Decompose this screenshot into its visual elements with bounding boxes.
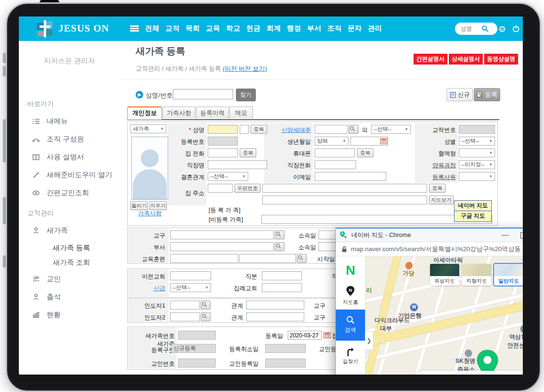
nav-item[interactable]: 회계 [267, 24, 281, 33]
satellite-map-option[interactable]: 위성지도 [430, 264, 459, 286]
guide2-lookup-button[interactable] [201, 312, 211, 321]
training-input2[interactable] [239, 254, 296, 263]
name-input[interactable] [208, 125, 238, 134]
faith-head-lookup-button[interactable] [349, 125, 358, 134]
sidebar-subitem-new-family-register[interactable]: 새가족 등록 [53, 244, 90, 253]
photo-clear-button[interactable]: 지우기 [149, 201, 167, 210]
calendar-icon[interactable] [380, 138, 387, 144]
nurture-course-select[interactable]: --미지정--▼ [459, 160, 495, 169]
window-titlebar[interactable]: 네이버 지도 - Chrome — [336, 229, 523, 242]
address-duplicate-button[interactable]: 중복 [429, 184, 446, 193]
detail-guide-badge[interactable]: 상세설명서 [449, 54, 483, 65]
sidebar-item-newyear-helper[interactable]: 새해준비도우미 열기 [32, 171, 112, 180]
directions-button[interactable]: 길찾기 [336, 347, 365, 365]
work-tel-input[interactable] [315, 160, 356, 169]
name-number-input[interactable] [173, 89, 233, 99]
address2-input[interactable] [262, 196, 427, 204]
home-tel-input[interactable] [208, 148, 238, 157]
tab-personal-info[interactable]: 개인정보 [127, 106, 162, 120]
sidebar-item-manual[interactable]: 사용 설명서 [32, 153, 84, 162]
workplace-input[interactable] [208, 160, 267, 169]
sidebar-item-attendance[interactable]: 출석 [32, 293, 61, 302]
google-map-option[interactable]: 구글 지도 [455, 211, 491, 221]
photo-upload-button[interactable]: 올리기 [130, 201, 148, 210]
guide2-input[interactable] [170, 312, 200, 321]
prev-church-input[interactable] [170, 271, 211, 280]
search-icon[interactable] [481, 25, 489, 33]
address-tooltip[interactable]: 서울특별시 강남구 역삼동 775-2(논현로72길 ... [415, 371, 523, 375]
guide1-relation-input[interactable] [246, 301, 304, 310]
calendar-type-select[interactable]: 양력▼ [315, 137, 349, 146]
address1-input[interactable] [262, 184, 427, 193]
register-reason-link[interactable]: 등록사유 [432, 174, 456, 180]
map-canvas[interactable]: 위성지도 지형지도 일반지도 아세아타워 가당 W 기업은행 리 다익크라우드 [365, 256, 523, 375]
sidebar-item-my-menu[interactable]: 내메뉴 [32, 117, 68, 126]
dept-lookup-button[interactable] [275, 242, 284, 251]
training-lookup-button[interactable] [297, 254, 307, 263]
parish-input[interactable] [170, 230, 274, 239]
mobile-duplicate-button[interactable]: 중복 [357, 148, 373, 157]
panel-expand-chevron[interactable]: ❯ [365, 331, 373, 350]
training-input1[interactable] [170, 254, 238, 263]
mobile-input[interactable] [315, 148, 355, 157]
nav-item[interactable]: 부서 [307, 24, 321, 33]
nav-item[interactable]: 문자 [348, 24, 362, 33]
nav-item[interactable]: 학교 [226, 24, 240, 33]
previous-version-link[interactable]: (이전 버전 보기) [223, 65, 267, 72]
quick-guide-badge[interactable]: 간편설명서 [414, 54, 447, 65]
sidebar-item-new-family[interactable]: 새가족 [32, 226, 68, 235]
sidebar-item-members[interactable]: 교인 [32, 275, 61, 284]
nav-item[interactable]: 전체 [145, 24, 159, 33]
officiating-church-input[interactable] [262, 283, 302, 292]
email-input[interactable] [315, 172, 386, 181]
nav-item[interactable]: 관리 [368, 24, 382, 33]
naver-map-option[interactable]: 네이버 지도 [455, 201, 491, 211]
nav-item[interactable]: 조직 [327, 24, 341, 33]
blood-type-select[interactable]: ▼ [459, 148, 495, 157]
video-guide-badge[interactable]: 동영상설명 [484, 54, 518, 65]
home-tel-duplicate-button[interactable]: 중복 [240, 148, 256, 157]
relation-to-head-select[interactable]: --선택--▼ [371, 125, 411, 134]
guide1-input[interactable] [170, 301, 200, 310]
sidebar-subitem-new-family-search[interactable]: 새가족 조회 [53, 258, 90, 267]
marriage-select[interactable]: --선택--▼ [208, 172, 248, 181]
naver-logo[interactable]: N [336, 263, 365, 278]
reg-date-input[interactable] [288, 331, 322, 340]
faith-grade-link[interactable]: 신급 [154, 285, 165, 292]
gear-icon[interactable]: ⚙ [498, 24, 506, 34]
header-search-input[interactable] [460, 25, 481, 33]
register-button[interactable]: 등록 [474, 88, 500, 101]
nav-item[interactable]: 목회 [186, 24, 200, 33]
power-icon[interactable] [512, 24, 520, 33]
gender-select[interactable]: --선택--▼ [459, 137, 495, 146]
nav-item[interactable]: 행정 [287, 24, 301, 33]
map-view-button[interactable]: 지도보기 [429, 196, 454, 204]
member-type-select[interactable]: 새가족▼ [130, 124, 166, 133]
nav-item[interactable]: 교적 [165, 24, 179, 33]
map-home-button[interactable]: N 지도홈 [336, 286, 365, 306]
faith-head-input[interactable] [315, 125, 348, 134]
zipcode-button[interactable]: 우편번호 [235, 184, 260, 193]
terrain-map-option[interactable]: 지형지도 [462, 264, 491, 286]
sidebar-item-org-members[interactable]: 조직 구성원 [32, 135, 84, 144]
guide2-relation-input[interactable] [246, 312, 304, 321]
faith-head-link[interactable]: 신앙세대주 [282, 127, 311, 133]
faith-grade-select[interactable]: --선택--▼ [170, 283, 211, 292]
guide1-lookup-button[interactable] [201, 301, 211, 310]
calendar-icon[interactable] [324, 332, 331, 338]
zipcode-input[interactable] [208, 184, 233, 193]
dept-input[interactable] [170, 242, 274, 251]
menu-icon[interactable] [130, 25, 139, 32]
tab-memo[interactable]: 메모 [229, 106, 253, 119]
name-check-box[interactable] [240, 125, 249, 134]
duty-input[interactable] [262, 271, 302, 280]
sidebar-item-quick-member-lookup[interactable]: 간편교인조회 [32, 188, 89, 197]
tab-family[interactable]: 가족사항 [162, 106, 195, 119]
address-bar[interactable]: map.naver.com/v5/search/서울특별시%20강남구%20역삼… [336, 242, 523, 256]
tab-history[interactable]: 등록이력 [196, 106, 229, 119]
general-map-option[interactable]: 일반지도 [494, 264, 523, 286]
family-info-link[interactable]: 가족사항 [138, 210, 162, 218]
find-button[interactable]: 찾기 [236, 89, 256, 101]
map-search-button[interactable]: 검색 [336, 310, 365, 341]
parish-lookup-button[interactable] [275, 230, 284, 239]
